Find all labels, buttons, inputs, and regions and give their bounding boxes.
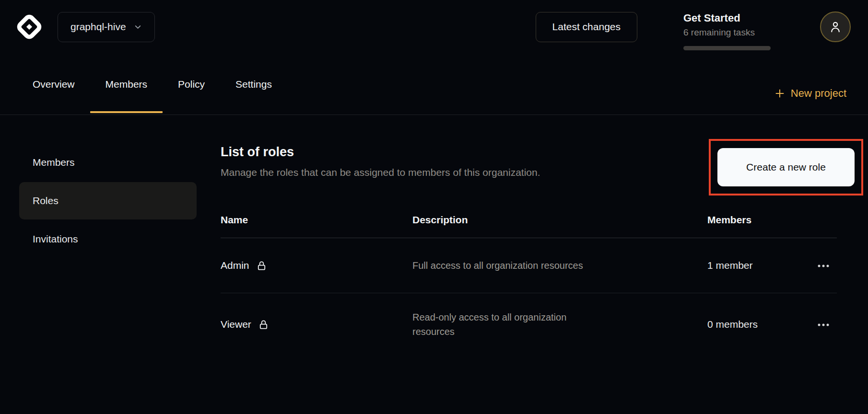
tab-settings[interactable]: Settings (220, 54, 287, 115)
chevron-down-icon (134, 23, 142, 31)
sidebar-item-members[interactable]: Members (19, 144, 197, 181)
create-new-role-button[interactable]: Create a new role (717, 148, 855, 186)
active-tab-underline (90, 111, 163, 113)
row-actions-menu-button[interactable] (814, 316, 833, 333)
sidebar-item-roles-label: Roles (33, 195, 59, 207)
tab-members-label: Members (106, 79, 148, 90)
annotation-highlight-rectangle: Create a new role (709, 139, 863, 196)
hive-logo-icon[interactable] (15, 13, 43, 41)
ellipsis-icon (817, 323, 830, 327)
get-started-progress-bar (683, 46, 771, 50)
tab-overview-label: Overview (33, 79, 75, 90)
role-description: Full access to all organization resource… (412, 258, 602, 273)
top-header: graphql-hive Latest changes Get Started … (0, 0, 868, 54)
ellipsis-icon (817, 264, 830, 268)
roles-table-header: Name Description Members (221, 202, 837, 238)
app-window: graphql-hive Latest changes Get Started … (0, 0, 868, 414)
column-header-members: Members (707, 214, 794, 226)
lock-icon (256, 260, 267, 272)
sidebar-item-invitations-label: Invitations (33, 233, 78, 245)
role-name: Admin (221, 260, 249, 271)
members-sidebar: Members Roles Invitations (19, 144, 197, 356)
tab-policy[interactable]: Policy (163, 54, 220, 115)
plus-icon (774, 88, 785, 99)
org-selector-label: graphql-hive (70, 21, 126, 33)
role-name: Viewer (221, 319, 251, 330)
get-started-widget[interactable]: Get Started 6 remaining tasks (683, 12, 771, 50)
get-started-remaining-tasks: 6 remaining tasks (683, 26, 771, 39)
new-project-label: New project (791, 87, 846, 100)
roles-table: Name Description Members Admin (221, 202, 837, 356)
role-member-count: 0 members (707, 319, 794, 330)
role-description: Read-only access to all organization res… (412, 310, 602, 339)
sidebar-item-members-label: Members (33, 157, 75, 168)
person-icon (828, 20, 843, 34)
user-avatar[interactable] (820, 12, 851, 42)
row-actions-menu-button[interactable] (814, 257, 833, 274)
tab-policy-label: Policy (178, 79, 205, 90)
column-header-name: Name (221, 214, 412, 226)
role-member-count: 1 member (707, 260, 794, 271)
get-started-title: Get Started (683, 12, 771, 25)
table-row-viewer: Viewer Read-only access to all organizat… (221, 293, 837, 356)
tab-overview[interactable]: Overview (17, 54, 90, 115)
tab-members[interactable]: Members (90, 54, 163, 115)
new-project-link[interactable]: New project (774, 87, 846, 100)
table-row-admin: Admin Full access to all organization re… (221, 238, 837, 293)
lock-icon (258, 319, 269, 331)
org-selector-dropdown[interactable]: graphql-hive (58, 12, 155, 42)
latest-changes-button[interactable]: Latest changes (536, 12, 637, 42)
tab-settings-label: Settings (235, 79, 272, 90)
sidebar-item-roles[interactable]: Roles (19, 182, 197, 219)
sidebar-item-invitations[interactable]: Invitations (19, 220, 197, 258)
org-tab-bar: Overview Members Policy Settings New pro… (0, 54, 868, 115)
column-header-description: Description (412, 214, 707, 226)
